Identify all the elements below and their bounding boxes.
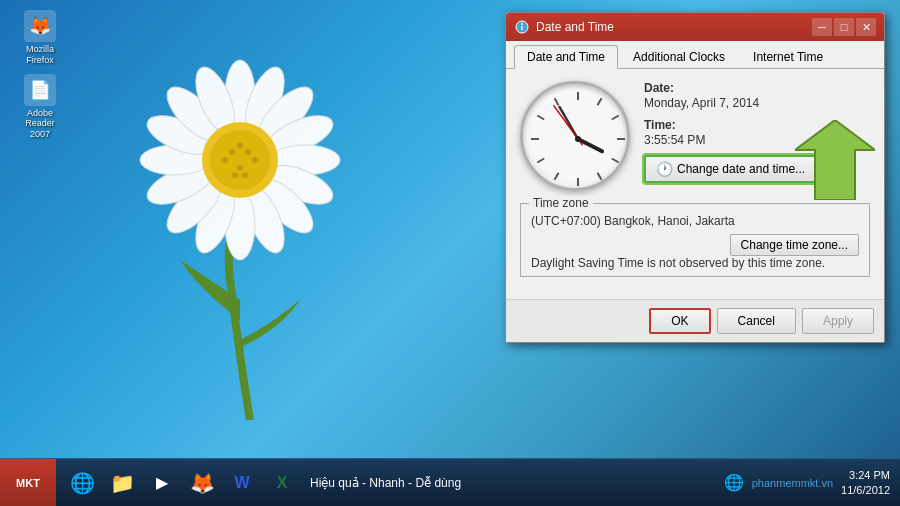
- cancel-button[interactable]: Cancel: [717, 308, 796, 334]
- svg-point-20: [237, 165, 243, 171]
- tab-additional-clocks[interactable]: Additional Clocks: [620, 45, 738, 68]
- date-time-info: Date: Monday, April 7, 2014 Time: 3:55:5…: [644, 81, 870, 183]
- ok-button[interactable]: OK: [649, 308, 710, 334]
- tab-date-and-time[interactable]: Date and Time: [514, 45, 618, 69]
- desktop-icons: 🦊 MozillaFirefox 📄 AdobeReader2007: [10, 10, 70, 140]
- dialog-titlebar: Date and Time ─ □ ✕: [506, 13, 884, 41]
- svg-point-24: [242, 172, 248, 178]
- mkt-logo: MKT: [16, 477, 40, 489]
- svg-line-30: [598, 98, 602, 105]
- change-timezone-button[interactable]: Change time zone...: [730, 234, 859, 256]
- svg-point-27: [521, 23, 523, 25]
- svg-line-31: [612, 116, 619, 120]
- svg-line-33: [612, 159, 619, 163]
- apply-button[interactable]: Apply: [802, 308, 874, 334]
- firefox-icon: 🦊: [24, 10, 56, 42]
- reader-label: AdobeReader2007: [25, 108, 55, 140]
- taskbar-app-ie[interactable]: 🌐: [64, 465, 100, 501]
- svg-line-37: [537, 159, 544, 163]
- desktop-icon-firefox[interactable]: 🦊 MozillaFirefox: [10, 10, 70, 66]
- svg-point-17: [210, 130, 270, 190]
- svg-point-19: [245, 149, 251, 155]
- svg-point-44: [575, 136, 581, 142]
- desktop: 🦊 MozillaFirefox 📄 AdobeReader2007 Date …: [0, 0, 900, 506]
- taskbar-date-display: 11/6/2012: [841, 483, 890, 497]
- svg-line-34: [598, 173, 602, 180]
- clock-face: [520, 81, 630, 191]
- reader-icon: 📄: [24, 74, 56, 106]
- date-time-dialog: Date and Time ─ □ ✕ Date and Time Additi…: [505, 12, 885, 343]
- timezone-legend: Time zone: [529, 196, 593, 210]
- dialog-tabs: Date and Time Additional Clocks Internet…: [506, 41, 884, 69]
- taskbar-right: 🌐 phanmemmkt.vn 3:24 PM 11/6/2012: [724, 468, 900, 497]
- maximize-button[interactable]: □: [834, 18, 854, 36]
- date-value: Monday, April 7, 2014: [644, 96, 870, 110]
- svg-point-25: [237, 142, 243, 148]
- dialog-title: Date and Time: [536, 20, 812, 34]
- taskbar-slogan: Hiệu quả - Nhanh - Dễ dùng: [310, 476, 461, 490]
- svg-point-22: [252, 157, 258, 163]
- close-button[interactable]: ✕: [856, 18, 876, 36]
- date-label: Date:: [644, 81, 870, 95]
- taskbar-app-word[interactable]: W: [224, 465, 260, 501]
- dialog-controls: ─ □ ✕: [812, 18, 876, 36]
- svg-point-18: [229, 149, 235, 155]
- svg-line-39: [537, 116, 544, 120]
- taskbar-app-excel[interactable]: X: [264, 465, 300, 501]
- globe-icon: 🌐: [724, 473, 744, 492]
- timezone-section: Time zone (UTC+07:00) Bangkok, Hanoi, Ja…: [520, 203, 870, 277]
- flower-decoration: [40, 0, 460, 420]
- change-datetime-button[interactable]: 🕐 Change date and time...: [644, 155, 817, 183]
- dst-note: Daylight Saving Time is not observed by …: [531, 256, 859, 270]
- taskbar-time-display: 3:24 PM: [841, 468, 890, 482]
- svg-rect-28: [521, 26, 522, 30]
- dialog-content: Date: Monday, April 7, 2014 Time: 3:55:5…: [506, 69, 884, 299]
- tab-internet-time[interactable]: Internet Time: [740, 45, 836, 68]
- dialog-title-icon: [514, 19, 530, 35]
- clock-container: [520, 81, 630, 191]
- dialog-footer: OK Cancel Apply: [506, 299, 884, 342]
- taskbar-app-firefox[interactable]: 🦊: [184, 465, 220, 501]
- change-datetime-label: Change date and time...: [677, 162, 805, 176]
- taskbar-website: phanmemmkt.vn: [752, 477, 833, 489]
- time-label: Time:: [644, 118, 870, 132]
- taskbar-app-folder[interactable]: 📁: [104, 465, 140, 501]
- change-datetime-icon: 🕐: [656, 161, 673, 177]
- firefox-label: MozillaFirefox: [26, 44, 54, 66]
- start-button[interactable]: MKT: [0, 459, 56, 507]
- taskbar-app-media[interactable]: ▶: [144, 465, 180, 501]
- svg-point-21: [222, 157, 228, 163]
- datetime-section: Date: Monday, April 7, 2014 Time: 3:55:5…: [520, 81, 870, 191]
- clock-ticks: [523, 84, 633, 194]
- taskbar-apps: 🌐 📁 ▶ 🦊 W X: [64, 465, 300, 501]
- timezone-value: (UTC+07:00) Bangkok, Hanoi, Jakarta: [531, 214, 859, 228]
- taskbar-clock: 3:24 PM 11/6/2012: [841, 468, 890, 497]
- svg-point-23: [232, 172, 238, 178]
- taskbar: MKT 🌐 📁 ▶ 🦊 W X Hiệu quả - Nhanh - Dễ dù…: [0, 458, 900, 506]
- svg-line-36: [555, 173, 559, 180]
- svg-line-40: [555, 98, 559, 105]
- minimize-button[interactable]: ─: [812, 18, 832, 36]
- desktop-icon-reader[interactable]: 📄 AdobeReader2007: [10, 74, 70, 140]
- time-value: 3:55:54 PM: [644, 133, 870, 147]
